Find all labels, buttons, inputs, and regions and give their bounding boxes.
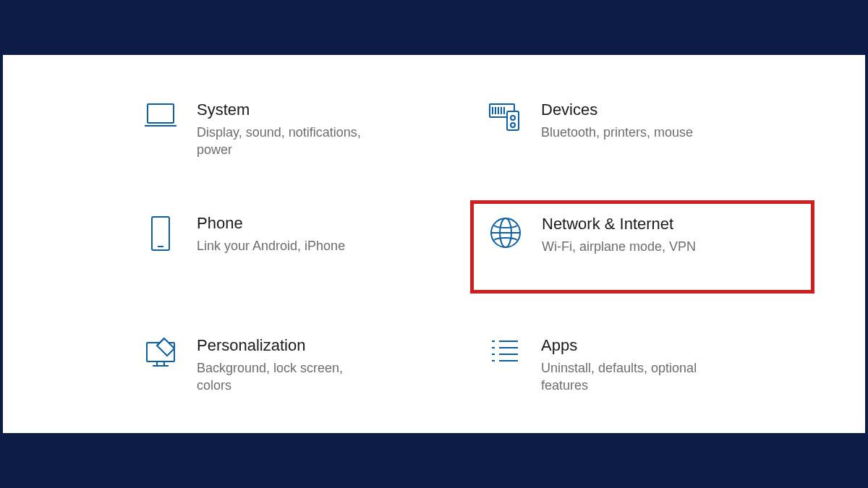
settings-item-desc: Uninstall, defaults, optional features xyxy=(541,359,716,395)
settings-grid: System Display, sound, notifications, po… xyxy=(126,87,814,407)
settings-item-title: Personalization xyxy=(197,335,372,356)
phone-icon xyxy=(137,213,184,252)
globe-icon xyxy=(482,214,529,250)
svg-rect-0 xyxy=(148,104,174,123)
personalization-icon xyxy=(137,335,184,369)
settings-item-desc: Wi-Fi, airplane mode, VPN xyxy=(542,238,696,255)
devices-icon xyxy=(482,100,528,133)
settings-item-desc: Display, sound, notifications, power xyxy=(197,124,372,159)
settings-panel: System Display, sound, notifications, po… xyxy=(3,55,865,433)
settings-item-desc: Background, lock screen, colors xyxy=(197,359,372,395)
settings-item-network[interactable]: Network & Internet Wi-Fi, airplane mode,… xyxy=(470,200,814,294)
settings-item-title: Phone xyxy=(197,213,345,234)
settings-item-apps[interactable]: Apps Uninstall, defaults, optional featu… xyxy=(470,322,814,407)
svg-rect-11 xyxy=(152,217,169,250)
laptop-icon xyxy=(137,100,184,130)
settings-item-phone[interactable]: Phone Link your Android, iPhone xyxy=(126,200,470,294)
settings-item-devices[interactable]: Devices Bluetooth, printers, mouse xyxy=(470,87,814,171)
settings-item-personalization[interactable]: Personalization Background, lock screen,… xyxy=(126,322,470,407)
settings-item-system[interactable]: System Display, sound, notifications, po… xyxy=(126,87,470,171)
settings-item-title: Apps xyxy=(541,335,716,356)
settings-item-title: Devices xyxy=(541,100,693,121)
settings-item-title: System xyxy=(197,100,372,121)
settings-item-desc: Link your Android, iPhone xyxy=(197,237,345,254)
apps-icon xyxy=(482,335,528,366)
settings-item-title: Network & Internet xyxy=(542,214,696,235)
settings-item-desc: Bluetooth, printers, mouse xyxy=(541,124,693,141)
